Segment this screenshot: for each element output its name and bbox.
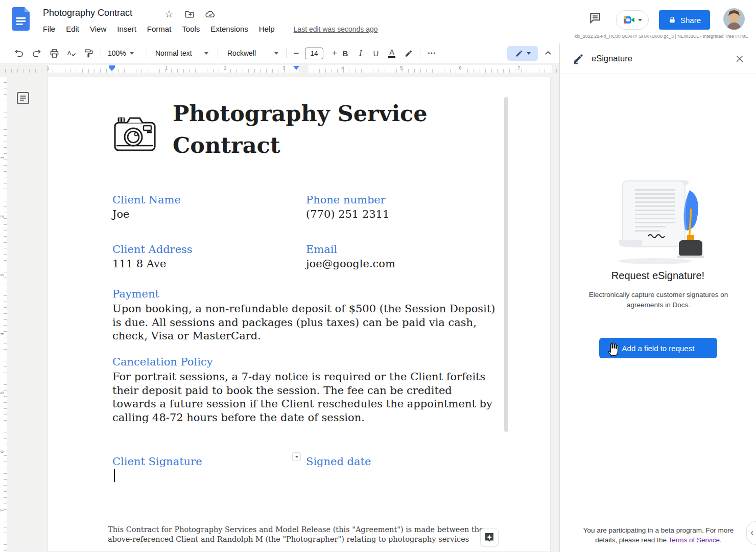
top-bar: Photography Contract ☆ File Edit View In… <box>0 0 756 43</box>
explore-button[interactable] <box>480 528 499 546</box>
underline-button[interactable]: U <box>368 45 384 61</box>
left-indent-marker[interactable] <box>109 65 115 71</box>
menu-format[interactable]: Format <box>147 25 172 33</box>
highlight-color-icon[interactable] <box>400 45 416 61</box>
cloud-saved-icon[interactable] <box>204 8 216 19</box>
h-ruler-number: 2 <box>224 65 226 71</box>
document-canvas: Photography Service Contract Client Name… <box>0 74 559 552</box>
undo-icon[interactable] <box>11 45 27 61</box>
payment-heading: Payment <box>112 288 159 300</box>
menu-file[interactable]: File <box>43 25 55 33</box>
menu-bar: File Edit View Insert Format Tools Exten… <box>43 25 378 33</box>
h-ruler-number: 1 <box>46 65 49 71</box>
email-label: Email <box>306 243 337 256</box>
table-cell-dropdown[interactable] <box>292 452 301 461</box>
share-button[interactable]: Share <box>659 10 710 30</box>
esignature-illustration <box>604 178 712 266</box>
zoom-select[interactable]: 100% <box>106 45 136 61</box>
print-icon[interactable] <box>46 45 62 61</box>
share-label: Share <box>680 16 701 25</box>
text-color-button[interactable]: A <box>384 45 399 61</box>
google-docs-app: Photography Contract ☆ File Edit View In… <box>0 0 756 552</box>
add-field-button[interactable]: Add a field to request <box>599 338 717 358</box>
lock-icon <box>668 16 676 24</box>
document-outline-icon[interactable] <box>16 91 31 106</box>
h-ruler-number: 4 <box>341 65 344 71</box>
close-panel-icon[interactable] <box>735 54 745 64</box>
h-ruler-number: 6 <box>459 65 461 71</box>
v-ruler-number: 3 <box>0 274 5 277</box>
column-indent-marker[interactable] <box>293 66 299 70</box>
beta-program-note: You are participating in a beta program.… <box>574 525 743 545</box>
font-size-input[interactable]: 14 <box>305 48 323 59</box>
client-name-value: Joe <box>112 208 130 220</box>
cancelation-heading: Cancelation Policy <box>112 356 213 368</box>
collapse-panel-edge-button[interactable] <box>746 521 756 545</box>
client-signature-label: Client Signature <box>112 455 202 468</box>
v-ruler-number: 4 <box>0 333 5 335</box>
esignature-panel-header: eSignature <box>560 43 756 74</box>
paragraph-style-value: Normal text <box>155 49 192 57</box>
spellcheck-icon[interactable]: A <box>64 45 79 61</box>
meet-dropdown-caret <box>638 19 642 21</box>
editing-mode-button[interactable] <box>507 46 538 61</box>
paint-format-icon[interactable] <box>81 45 97 61</box>
star-icon[interactable]: ☆ <box>163 8 175 19</box>
sparkle-icon <box>483 531 495 543</box>
horizontal-ruler: 11234567 <box>0 63 559 74</box>
phone-value: (770) 251 2311 <box>306 208 389 220</box>
request-esignature-heading: Request eSignature! <box>560 270 756 282</box>
esignature-description: Electronically capture customer signatur… <box>574 290 743 310</box>
doc-heading: Photography Service Contract <box>173 98 459 161</box>
camera-illustration[interactable] <box>112 113 157 154</box>
svg-text:A: A <box>67 50 71 57</box>
h-ruler-number: 1 <box>165 65 168 71</box>
menu-edit[interactable]: Edit <box>66 25 79 33</box>
redo-icon[interactable] <box>29 45 44 61</box>
phone-label: Phone number <box>306 194 386 206</box>
vertical-ruler: 1234567 <box>0 74 7 552</box>
account-avatar[interactable] <box>723 8 745 30</box>
bold-button[interactable]: B <box>338 45 353 61</box>
esignature-panel: eSignature <box>559 43 756 552</box>
terms-of-service-link[interactable]: Terms of Service <box>668 536 720 544</box>
font-value: Rockwell <box>227 49 256 57</box>
italic-button[interactable]: I <box>353 45 368 61</box>
comments-icon[interactable] <box>588 11 606 29</box>
format-toolbar: A 100% Normal text Rockwell − 1 <box>0 43 559 63</box>
signed-date-label: Signed date <box>306 455 371 468</box>
decrease-font-size-button[interactable]: − <box>289 45 304 61</box>
client-name-label: Client Name <box>112 194 181 206</box>
v-ruler-number: 5 <box>0 392 5 394</box>
hide-menus-icon[interactable] <box>540 45 556 61</box>
more-options-icon[interactable] <box>424 45 439 61</box>
h-ruler-number: 3 <box>282 65 285 71</box>
document-page[interactable]: Photography Service Contract Client Name… <box>48 77 551 552</box>
esignature-panel-title: eSignature <box>592 54 632 63</box>
text-cursor <box>114 469 115 482</box>
google-meet-icon <box>623 15 635 25</box>
v-ruler-number: 6 <box>0 450 5 453</box>
last-edit-status[interactable]: Last edit was seconds ago <box>294 25 378 33</box>
document-title[interactable]: Photography Contract <box>43 8 132 18</box>
google-docs-logo-icon[interactable] <box>12 7 30 31</box>
beta-text-suffix: . <box>720 536 722 544</box>
menu-view[interactable]: View <box>90 25 106 33</box>
v-ruler-number: 2 <box>0 215 5 218</box>
vertical-scrollbar[interactable] <box>504 97 508 432</box>
v-ruler-number: 7 <box>0 509 5 512</box>
move-folder-icon[interactable] <box>184 8 195 19</box>
esignature-pencil-icon <box>572 53 584 65</box>
h-ruler-number: 7 <box>517 65 520 71</box>
menu-tools[interactable]: Tools <box>182 25 200 33</box>
client-address-label: Client Address <box>112 243 193 256</box>
menu-insert[interactable]: Insert <box>117 25 136 33</box>
font-select[interactable]: Rockwell <box>225 45 280 61</box>
menu-extensions[interactable]: Extensions <box>210 25 248 33</box>
cancelation-body: For portrait sessions, a 7-day notice is… <box>112 370 497 424</box>
meet-button[interactable] <box>616 10 649 30</box>
contract-footer-text: This Contract for Photography Services a… <box>108 525 493 544</box>
menu-help[interactable]: Help <box>259 25 275 33</box>
pencil-icon <box>515 49 524 58</box>
paragraph-style-select[interactable]: Normal text <box>153 45 210 61</box>
